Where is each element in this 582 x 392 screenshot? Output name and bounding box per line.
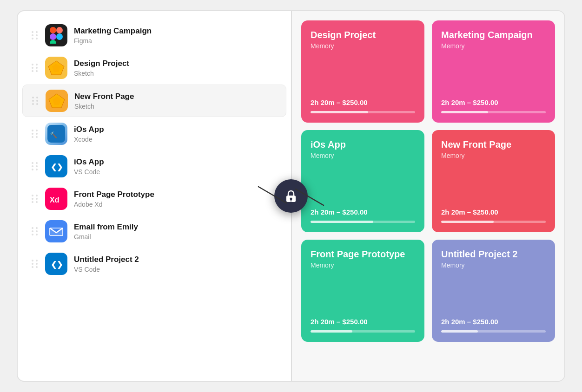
item-text: New Front Page Sketch: [74, 91, 277, 110]
list-item-front-page-prototype[interactable]: Xd Front Page Prototype Adobe Xd: [22, 183, 286, 215]
item-title: New Front Page: [74, 91, 277, 102]
item-title: Email from Emily: [74, 222, 277, 232]
item-subtitle: Adobe Xd: [74, 201, 277, 208]
card-progress-bar: [311, 221, 415, 223]
card-title: iOs App: [311, 139, 415, 150]
svg-text:❮❯: ❮❯: [51, 261, 63, 269]
card-untitled-project-2-card[interactable]: Untitled Project 2 Memory 2h 20m – $250.…: [432, 240, 555, 342]
item-subtitle: Sketch: [74, 103, 277, 110]
drag-handle: [32, 162, 39, 170]
card-progress-fill: [311, 330, 352, 333]
svg-rect-2: [50, 33, 56, 40]
card-new-front-page-card[interactable]: New Front Page Memory 2h 20m – $250.00: [432, 130, 555, 232]
drag-handle: [32, 64, 39, 72]
card-bottom: 2h 20m – $250.00: [311, 318, 415, 333]
app-icon-vscode2: ❮❯: [45, 253, 67, 275]
left-panel: Marketing Campaign Figma Design Project …: [18, 11, 292, 381]
card-top: iOs App Memory: [311, 139, 415, 159]
card-top: Untitled Project 2 Memory: [441, 249, 546, 269]
card-subtitle: Memory: [441, 261, 546, 269]
card-title: Marketing Campaign: [441, 30, 546, 40]
svg-rect-1: [56, 27, 63, 33]
card-ios-app-card[interactable]: iOs App Memory 2h 20m – $250.00: [301, 130, 424, 232]
drag-handle: [32, 97, 39, 105]
item-subtitle: Xcode: [74, 136, 277, 143]
app-icon-xcode: 🔨: [45, 123, 67, 145]
card-bottom: 2h 20m – $250.00: [311, 98, 415, 113]
main-container: Marketing Campaign Figma Design Project …: [17, 10, 565, 382]
svg-point-4: [56, 33, 63, 40]
card-bottom: 2h 20m – $250.00: [311, 208, 415, 223]
item-subtitle: VS Code: [74, 168, 277, 176]
list-item-ios-app-xcode[interactable]: 🔨 iOs App Xcode: [22, 118, 286, 150]
item-subtitle: Figma: [74, 37, 277, 45]
list-item-email-from-emily[interactable]: Email from Emily Gmail: [22, 216, 286, 247]
card-progress-fill: [441, 221, 494, 223]
card-design-project-card[interactable]: Design Project Memory 2h 20m – $250.00: [301, 20, 424, 123]
item-title: Marketing Campaign: [74, 26, 277, 36]
card-progress-fill: [441, 111, 488, 113]
svg-rect-3: [50, 40, 56, 44]
item-text: iOs App VS Code: [74, 157, 277, 176]
svg-text:❮❯: ❮❯: [51, 163, 63, 171]
card-subtitle: Memory: [311, 261, 415, 269]
card-bottom: 2h 20m – $250.00: [441, 318, 546, 333]
card-top: Marketing Campaign Memory: [441, 30, 546, 50]
card-progress-fill: [441, 330, 478, 333]
app-icon-gmail: [45, 220, 67, 242]
card-bottom: 2h 20m – $250.00: [441, 208, 546, 223]
card-title: New Front Page: [441, 139, 546, 150]
drag-handle: [32, 130, 39, 138]
card-subtitle: Memory: [311, 42, 415, 50]
list-item-marketing-campaign[interactable]: Marketing Campaign Figma: [22, 20, 286, 51]
app-icon-adobexd: Xd: [45, 188, 67, 210]
card-title: Design Project: [311, 30, 415, 40]
card-title: Front Page Prototype: [311, 249, 415, 260]
item-title: iOs App: [74, 124, 277, 135]
list-item-untitled-project-2[interactable]: ❮❯ Untitled Project 2 VS Code: [22, 248, 286, 280]
card-bottom: 2h 20m – $250.00: [441, 98, 546, 113]
list-item-ios-app-vscode[interactable]: ❮❯ iOs App VS Code: [22, 150, 286, 182]
card-price: 2h 20m – $250.00: [441, 318, 546, 326]
card-front-page-prototype-card[interactable]: Front Page Prototype Memory 2h 20m – $25…: [301, 240, 424, 342]
card-progress-bar: [311, 330, 415, 333]
app-icon-figma: [45, 24, 67, 46]
drag-handle: [32, 31, 39, 39]
svg-rect-0: [50, 27, 56, 33]
card-top: Design Project Memory: [311, 30, 415, 50]
list-item-design-project[interactable]: Design Project Sketch: [22, 52, 286, 84]
drag-handle: [32, 195, 39, 203]
card-progress-bar: [441, 330, 546, 333]
item-title: Untitled Project 2: [74, 255, 277, 265]
drag-handle: [32, 227, 39, 235]
item-text: Untitled Project 2 VS Code: [74, 255, 277, 273]
card-progress-fill: [311, 221, 373, 223]
card-top: Front Page Prototype Memory: [311, 249, 415, 269]
item-text: iOs App Xcode: [74, 124, 277, 143]
list-item-new-front-page[interactable]: New Front Page Sketch: [22, 85, 286, 117]
item-title: iOs App: [74, 157, 277, 167]
card-top: New Front Page Memory: [441, 139, 546, 159]
card-subtitle: Memory: [441, 42, 546, 50]
item-text: Front Page Prototype Adobe Xd: [74, 189, 277, 208]
item-text: Design Project Sketch: [74, 59, 277, 77]
item-title: Front Page Prototype: [74, 189, 277, 200]
card-marketing-campaign-card[interactable]: Marketing Campaign Memory 2h 20m – $250.…: [432, 20, 555, 123]
item-subtitle: Sketch: [74, 70, 277, 77]
item-subtitle: Gmail: [74, 233, 277, 241]
card-price: 2h 20m – $250.00: [441, 98, 546, 106]
item-subtitle: VS Code: [74, 266, 277, 273]
item-text: Email from Emily Gmail: [74, 222, 277, 241]
card-progress-bar: [441, 111, 546, 113]
app-icon-sketch2: [46, 90, 68, 112]
drag-handle: [32, 260, 39, 268]
svg-text:🔨: 🔨: [50, 131, 58, 139]
card-progress-fill: [311, 111, 368, 113]
card-subtitle: Memory: [441, 152, 546, 159]
card-subtitle: Memory: [311, 152, 415, 159]
card-price: 2h 20m – $250.00: [311, 318, 415, 326]
right-panel: Design Project Memory 2h 20m – $250.00 M…: [292, 11, 564, 381]
item-title: Design Project: [74, 59, 277, 69]
card-title: Untitled Project 2: [441, 249, 546, 260]
item-text: Marketing Campaign Figma: [74, 26, 277, 45]
